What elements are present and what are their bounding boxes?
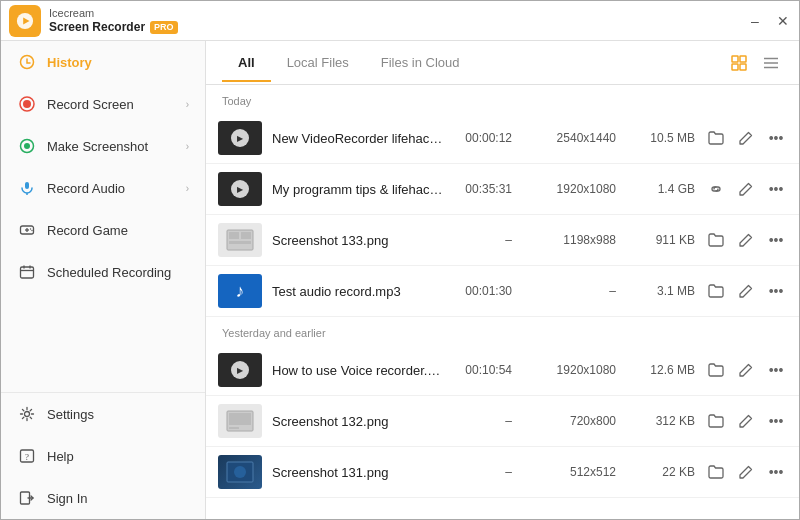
folder-icon[interactable] [705,461,727,483]
file-row[interactable]: ♪ Test audio record.mp3 00:01:30 – 3.1 M… [206,266,799,317]
folder-icon[interactable] [705,280,727,302]
file-actions: ••• [705,280,787,302]
file-thumbnail: ▶ [218,121,262,155]
title-bar-controls: – ✕ [747,13,791,29]
sidebar: History Record Screen › Make Screenshot … [1,41,206,519]
folder-icon[interactable] [705,359,727,381]
file-thumbnail: ▶ [218,353,262,387]
file-duration: – [454,465,512,479]
file-meta: – 512x512 22 KB [454,465,695,479]
file-row[interactable]: ▶ My programm tips & lifehacks.mp4 00:35… [206,164,799,215]
file-row[interactable]: Screenshot 133.png – 1198x988 911 KB ••• [206,215,799,266]
file-size: 911 KB [640,233,695,247]
file-size: 1.4 GB [640,182,695,196]
file-meta: 00:00:12 2540x1440 10.5 MB [454,131,695,145]
file-actions: ••• [705,461,787,483]
play-icon: ▶ [231,361,249,379]
edit-icon[interactable] [735,410,757,432]
file-size: 12.6 MB [640,363,695,377]
file-info: Screenshot 132.png [272,414,444,429]
play-icon: ▶ [231,129,249,147]
file-row[interactable]: Screenshot 131.png – 512x512 22 KB ••• [206,447,799,498]
more-icon[interactable]: ••• [765,229,787,251]
sidebar-item-settings[interactable]: Settings [1,393,205,435]
svg-point-37 [234,466,246,478]
more-icon[interactable]: ••• [765,280,787,302]
svg-text:?: ? [25,452,29,462]
sidebar-item-label-record-screen: Record Screen [47,97,134,112]
file-size: 3.1 MB [640,284,695,298]
tab-files-in-cloud[interactable]: Files in Cloud [365,43,476,82]
sidebar-item-scheduled-recording[interactable]: Scheduled Recording [1,251,205,293]
file-actions: ••• [705,359,787,381]
more-icon[interactable]: ••• [765,461,787,483]
app-name-label: Screen Recorder [49,20,145,36]
pro-badge: PRO [150,21,178,35]
link-icon[interactable] [705,178,727,200]
file-row[interactable]: ▶ How to use Voice recorder.mp4 00:10:54… [206,345,799,396]
tab-local-files[interactable]: Local Files [271,43,365,82]
more-icon[interactable]: ••• [765,359,787,381]
sidebar-item-record-screen[interactable]: Record Screen › [1,83,205,125]
file-duration: 00:00:12 [454,131,512,145]
svg-rect-25 [740,64,746,70]
chevron-icon-screenshot: › [186,141,189,152]
edit-icon[interactable] [735,359,757,381]
more-icon[interactable]: ••• [765,410,787,432]
sidebar-item-label-help: Help [47,449,74,464]
sidebar-item-sign-in[interactable]: Sign In [1,477,205,519]
svg-rect-22 [732,56,738,62]
record-game-icon [17,220,37,240]
folder-icon[interactable] [705,410,727,432]
sidebar-item-help[interactable]: ? Help [1,435,205,477]
tabs-bar: All Local Files Files in Cloud [206,41,799,85]
edit-icon[interactable] [735,178,757,200]
file-size: 10.5 MB [640,131,695,145]
minimize-button[interactable]: – [747,13,763,29]
edit-icon[interactable] [735,127,757,149]
file-row[interactable]: Screenshot 132.png – 720x800 312 KB ••• [206,396,799,447]
sidebar-item-history[interactable]: History [1,41,205,83]
file-meta: 00:10:54 1920x1080 12.6 MB [454,363,695,377]
file-row[interactable]: ▶ New VideoRecorder lifehacks.mp4 00:00:… [206,113,799,164]
sidebar-item-label-record-game: Record Game [47,223,128,238]
svg-rect-14 [21,267,34,278]
file-meta: 00:01:30 – 3.1 MB [454,284,695,298]
file-actions: ••• [705,410,787,432]
sidebar-bottom: Settings ? Help [1,392,205,519]
svg-rect-23 [740,56,746,62]
section-label-today: Today [206,85,799,113]
folder-icon[interactable] [705,229,727,251]
sidebar-item-record-audio[interactable]: Record Audio › [1,167,205,209]
edit-icon[interactable] [735,461,757,483]
app-icon [9,5,41,37]
record-audio-icon [17,178,37,198]
more-icon[interactable]: ••• [765,127,787,149]
edit-icon[interactable] [735,229,757,251]
svg-rect-32 [229,241,251,244]
sidebar-item-record-game[interactable]: Record Game [1,209,205,251]
help-icon: ? [17,446,37,466]
sidebar-item-make-screenshot[interactable]: Make Screenshot › [1,125,205,167]
file-thumbnail [218,455,262,489]
folder-icon[interactable] [705,127,727,149]
file-resolution: 2540x1440 [536,131,616,145]
file-name: My programm tips & lifehacks.mp4 [272,182,444,197]
file-resolution: 512x512 [536,465,616,479]
more-icon[interactable]: ••• [765,178,787,200]
file-info: How to use Voice recorder.mp4 [272,363,444,378]
edit-icon[interactable] [735,280,757,302]
screenshot-icon [17,136,37,156]
title-bar-left: Icecream Screen Recorder PRO [9,5,178,37]
app-title-text: Icecream Screen Recorder PRO [49,6,178,36]
sidebar-item-label-settings: Settings [47,407,94,422]
record-screen-icon [17,94,37,114]
tab-all[interactable]: All [222,43,271,82]
file-name: Screenshot 132.png [272,414,444,429]
sidebar-item-label-sign-in: Sign In [47,491,87,506]
file-meta: – 1198x988 911 KB [454,233,695,247]
content-area: All Local Files Files in Cloud [206,41,799,519]
close-button[interactable]: ✕ [775,13,791,29]
grid-view-button[interactable] [727,51,751,75]
list-view-button[interactable] [759,51,783,75]
